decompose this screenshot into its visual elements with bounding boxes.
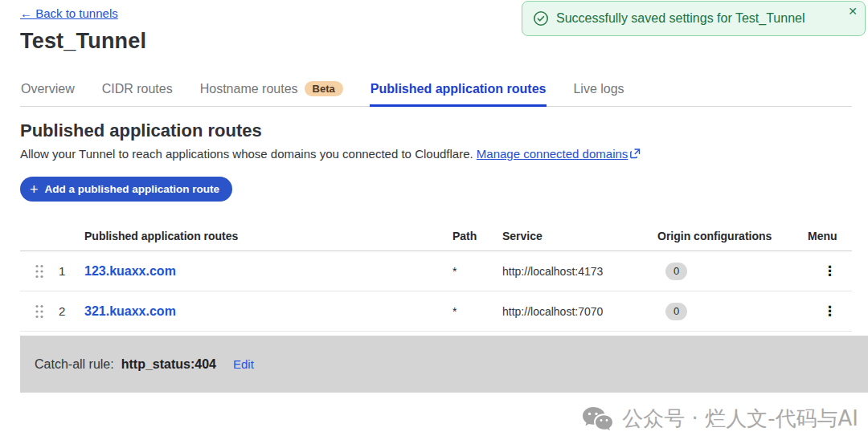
table-row: 2 321.kuaxx.com * http://localhost:7070 … — [20, 291, 852, 332]
origin-config-count-badge: 0 — [665, 303, 687, 320]
service-value: http://localhost:7070 — [502, 305, 657, 318]
table-row: 1 123.kuaxx.com * http://localhost:4173 … — [20, 251, 852, 291]
routes-table: Published application routes Path Servic… — [20, 221, 852, 332]
toast-message: Successfully saved settings for Test_Tun… — [556, 11, 805, 26]
row-index: 2 — [59, 304, 84, 318]
add-button-label: Add a published application route — [45, 183, 220, 195]
catch-all-rule-bar: Catch-all rule: http_status:404 Edit — [20, 336, 868, 393]
row-index: 1 — [59, 264, 84, 278]
description-text: Allow your Tunnel to reach applications … — [20, 147, 473, 161]
close-icon[interactable]: ✕ — [848, 6, 858, 17]
row-menu-icon[interactable]: ⋮ — [817, 261, 843, 281]
beta-badge: Beta — [305, 81, 343, 96]
watermark: 公众号 · 烂人文-代码与AI — [582, 405, 858, 433]
tab-published-application-routes[interactable]: Published application routes — [370, 75, 547, 107]
column-header-path: Path — [452, 230, 502, 242]
success-toast: Successfully saved settings for Test_Tun… — [522, 1, 866, 36]
tab-bar: Overview CIDR routes Hostname routes Bet… — [20, 75, 852, 107]
path-value: * — [452, 305, 502, 318]
column-header-menu: Menu — [808, 230, 852, 242]
tab-overview[interactable]: Overview — [20, 75, 76, 107]
table-header-row: Published application routes Path Servic… — [20, 221, 852, 251]
hostname-link[interactable]: 123.kuaxx.com — [84, 264, 452, 279]
plus-icon: + — [30, 182, 39, 197]
manage-connected-domains-link[interactable]: Manage connected domains — [477, 147, 628, 161]
service-value: http://localhost:4173 — [502, 265, 657, 278]
column-header-service: Service — [502, 230, 657, 242]
section-heading: Published application routes — [20, 120, 852, 141]
catch-all-value: http_status:404 — [121, 357, 216, 372]
back-to-tunnels-link[interactable]: ← Back to tunnels — [20, 6, 118, 20]
drag-handle-icon[interactable] — [34, 263, 45, 279]
tab-label: Published application routes — [371, 82, 547, 96]
catch-all-label: Catch-all rule: — [35, 357, 114, 372]
tab-label: Hostname routes — [200, 82, 298, 96]
check-circle-icon — [533, 10, 549, 26]
origin-config-count-badge: 0 — [665, 263, 687, 280]
column-header-routes: Published application routes — [84, 230, 452, 242]
tab-hostname-routes[interactable]: Hostname routes Beta — [199, 75, 344, 107]
add-published-route-button[interactable]: + Add a published application route — [20, 177, 232, 202]
drag-handle-icon[interactable] — [34, 303, 45, 320]
external-link-icon — [630, 148, 641, 161]
column-header-origin: Origin configurations — [657, 230, 808, 242]
row-menu-icon[interactable]: ⋮ — [817, 301, 843, 321]
tab-label: CIDR routes — [102, 82, 173, 96]
watermark-text: 公众号 · 烂人文-代码与AI — [622, 405, 858, 433]
wechat-icon — [582, 406, 612, 432]
tab-cidr-routes[interactable]: CIDR routes — [101, 75, 174, 107]
tab-live-logs[interactable]: Live logs — [572, 75, 624, 107]
section-description: Allow your Tunnel to reach applications … — [20, 147, 852, 161]
tunnel-detail-page: ← Back to tunnels Test_Tunnel Successful… — [0, 0, 868, 444]
tab-label: Live logs — [573, 82, 624, 96]
catch-all-edit-link[interactable]: Edit — [233, 357, 254, 371]
path-value: * — [452, 265, 502, 278]
tab-label: Overview — [21, 82, 75, 96]
hostname-link[interactable]: 321.kuaxx.com — [84, 304, 452, 319]
